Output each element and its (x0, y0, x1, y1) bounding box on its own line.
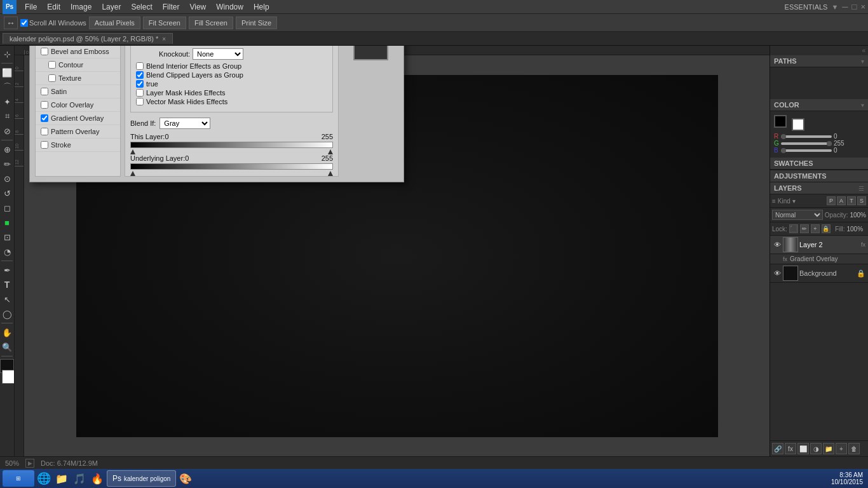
link-layers-btn[interactable]: 🔗 (772, 443, 783, 454)
adj-filter-btn[interactable]: A (837, 196, 846, 205)
layer-item-background[interactable]: 👁 Background 🔒 (770, 264, 868, 283)
blur-tool[interactable]: ⊡ (0, 230, 14, 244)
workspace-arrow[interactable]: ▼ (831, 3, 838, 11)
add-style-btn[interactable]: fx (785, 443, 796, 454)
maximize-btn[interactable]: □ (852, 2, 857, 11)
blend-clipped-check[interactable] (136, 71, 144, 79)
shape-tool[interactable]: ◯ (0, 307, 14, 321)
menu-filter[interactable]: Filter (158, 1, 184, 13)
print-size-btn[interactable]: Print Size (236, 17, 277, 29)
clone-tool[interactable]: ⊙ (0, 172, 14, 186)
contour-check[interactable] (48, 61, 56, 69)
contour-item[interactable]: Contour (36, 58, 120, 72)
knockout-select[interactable]: None Shallow Deep (193, 48, 243, 60)
tab-close[interactable]: × (162, 36, 166, 43)
blend-if-select[interactable]: Gray Red Green Blue (159, 118, 210, 129)
lock-paint-btn[interactable]: ✏ (800, 224, 809, 233)
taskbar-firefox-icon[interactable]: 🔥 (89, 470, 105, 487)
this-layer-right-handle[interactable] (328, 149, 333, 154)
underlying-left-handle[interactable] (130, 171, 135, 176)
close-btn[interactable]: × (860, 2, 865, 11)
history-brush-tool[interactable]: ↺ (0, 186, 14, 200)
texture-check[interactable] (48, 74, 56, 82)
vector-mask-check[interactable] (136, 98, 144, 105)
paths-panel-header[interactable]: PATHS ▾ (770, 55, 868, 67)
menu-image[interactable]: Image (66, 1, 96, 13)
quick-select-tool[interactable]: ✦ (0, 95, 14, 109)
menu-window[interactable]: Window (212, 1, 248, 13)
type-tool[interactable]: T (0, 278, 14, 292)
delete-layer-btn[interactable]: 🗑 (848, 443, 860, 454)
pattern-overlay-item[interactable]: Pattern Overlay (36, 125, 120, 139)
new-group-btn[interactable]: 📁 (823, 443, 834, 454)
background-color[interactable] (2, 370, 15, 384)
layer-mask-check[interactable] (136, 89, 144, 97)
status-info-btn[interactable]: ▶ (25, 459, 34, 468)
pen-tool[interactable]: ✒ (0, 263, 14, 277)
hand-tool[interactable]: ✋ (0, 325, 14, 339)
menu-select[interactable]: Select (126, 1, 156, 13)
bg-swatch[interactable] (792, 118, 804, 131)
move-tool[interactable]: ⊹ (0, 47, 14, 61)
menu-file[interactable]: File (20, 1, 41, 13)
layer-blend-select[interactable]: Normal (772, 210, 823, 220)
lock-trans-btn[interactable]: ⬛ (789, 224, 798, 233)
color-overlay-item[interactable]: Color Overlay (36, 98, 120, 112)
add-mask-btn[interactable]: ⬜ (797, 443, 809, 454)
new-layer-btn[interactable]: + (836, 443, 847, 454)
scroll-all-windows-check[interactable] (20, 19, 28, 27)
satin-item[interactable]: Satin (36, 85, 120, 98)
underlying-right-handle[interactable] (328, 171, 333, 176)
lock-pos-btn[interactable]: + (811, 224, 820, 233)
brush-tool[interactable]: ✏ (0, 157, 14, 171)
taskbar-ps-item[interactable]: Ps kalender poligon (107, 470, 176, 487)
crop-tool[interactable]: ⌗ (0, 109, 14, 123)
collapse-panels-btn[interactable]: « (862, 47, 865, 54)
type-filter-btn[interactable]: T (847, 196, 856, 205)
taskbar-media-icon[interactable]: 🎵 (71, 470, 88, 487)
gradient-overlay-effect[interactable]: fx Gradient Overlay (770, 254, 868, 264)
adjustments-panel-header[interactable]: ADJUSTMENTS (770, 170, 868, 182)
this-layer-left-handle[interactable] (130, 149, 135, 154)
dodge-tool[interactable]: ◔ (0, 245, 14, 259)
document-tab[interactable]: kalender poligon.psd @ 50% (Layer 2, RGB… (3, 33, 173, 44)
eraser-tool[interactable]: ◻ (0, 201, 14, 215)
lock-all-btn[interactable]: 🔒 (822, 224, 831, 233)
swatches-panel-header[interactable]: SWATCHES (770, 158, 868, 170)
layers-menu-btn[interactable]: ☰ (858, 185, 864, 192)
taskbar-app-icon[interactable]: 🎨 (177, 470, 194, 487)
spot-heal-tool[interactable]: ⊕ (0, 142, 14, 156)
fg-swatch[interactable] (774, 115, 787, 128)
fill-screen-btn[interactable]: Fill Screen (189, 17, 233, 29)
pixel-filter-btn[interactable]: P (827, 196, 836, 205)
fit-screen-btn[interactable]: Fit Screen (143, 17, 186, 29)
marquee-tool[interactable]: ⬜ (0, 65, 14, 79)
actual-pixels-btn[interactable]: Actual Pixels (89, 17, 140, 29)
path-selection-tool[interactable]: ↖ (0, 292, 14, 306)
lasso-tool[interactable]: ⌒ (0, 80, 14, 94)
menu-edit[interactable]: Edit (43, 1, 65, 13)
r-slider[interactable] (781, 135, 832, 138)
texture-item[interactable]: Texture (36, 72, 120, 85)
zoom-tool[interactable]: 🔍 (0, 340, 14, 354)
menu-view[interactable]: View (185, 1, 210, 13)
blend-interior-check[interactable] (136, 62, 144, 70)
b-slider[interactable] (781, 149, 832, 152)
bevel-emboss-check[interactable] (41, 48, 48, 55)
satin-check[interactable] (41, 88, 48, 95)
minimize-btn[interactable]: ─ (842, 2, 848, 11)
transparency-shapes-check[interactable] (136, 80, 144, 88)
color-panel-header[interactable]: COLOR ▾ (770, 99, 868, 111)
stroke-check[interactable] (41, 141, 48, 149)
menu-help[interactable]: Help (249, 1, 274, 13)
color-overlay-check[interactable] (41, 101, 48, 109)
start-button[interactable]: ⊞ (3, 470, 34, 487)
stroke-item[interactable]: Stroke (36, 139, 120, 152)
menu-layer[interactable]: Layer (97, 1, 125, 13)
layer-item-gradient-overlay[interactable]: 👁 Layer 2 fx (770, 236, 868, 254)
smart-filter-btn[interactable]: S (857, 196, 866, 205)
layer-eye-background[interactable]: 👁 (773, 269, 782, 278)
g-slider[interactable] (781, 142, 832, 145)
taskbar-explorer-icon[interactable]: 📁 (53, 470, 70, 487)
layer-eye-gradient[interactable]: 👁 (773, 240, 782, 249)
